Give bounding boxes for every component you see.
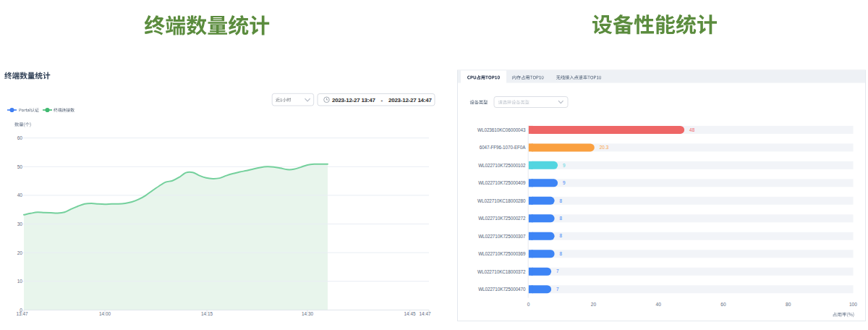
svg-text:20: 20 <box>17 250 23 255</box>
svg-text:14:00: 14:00 <box>99 311 111 316</box>
svg-text:WL022710K725000272: WL022710K725000272 <box>478 216 526 221</box>
svg-text:10: 10 <box>17 279 23 284</box>
svg-text:8: 8 <box>560 233 563 238</box>
svg-text:100: 100 <box>849 302 857 307</box>
svg-text:40: 40 <box>17 192 23 198</box>
svg-text:50: 50 <box>17 164 23 169</box>
svg-text:20.3: 20.3 <box>600 145 609 150</box>
svg-text:60: 60 <box>720 302 726 307</box>
svg-text:0: 0 <box>527 302 530 307</box>
svg-text:7: 7 <box>556 287 559 292</box>
svg-text:8: 8 <box>560 251 563 256</box>
svg-text:14:45: 14:45 <box>404 311 416 316</box>
svg-text:WL022710K725000102: WL022710K725000102 <box>478 163 526 168</box>
svg-text:40: 40 <box>656 302 662 307</box>
svg-text:WL022710K725000369: WL022710K725000369 <box>478 251 526 256</box>
svg-text:-: - <box>381 97 383 103</box>
svg-text:13:47: 13:47 <box>17 311 28 316</box>
svg-text:48: 48 <box>689 127 695 132</box>
svg-text:14:30: 14:30 <box>302 311 313 316</box>
svg-text:9: 9 <box>563 163 566 168</box>
svg-text:14:47: 14:47 <box>420 311 431 316</box>
svg-text:WL022710K725000307: WL022710K725000307 <box>478 234 526 239</box>
svg-text:30: 30 <box>17 221 23 227</box>
svg-text:2023-12-27 13:47: 2023-12-27 13:47 <box>332 97 375 103</box>
svg-text:2023-12-27 14:47: 2023-12-27 14:47 <box>388 97 432 103</box>
svg-text:WL022710KC18000372: WL022710KC18000372 <box>477 269 526 274</box>
svg-text:8: 8 <box>560 198 563 203</box>
svg-text:WL023610KC06000043: WL023610KC06000043 <box>477 127 526 132</box>
svg-text:80: 80 <box>786 302 791 307</box>
svg-text:60: 60 <box>17 135 23 140</box>
svg-text:8: 8 <box>560 216 563 221</box>
svg-text:WL022710KC18000280: WL022710KC18000280 <box>477 198 526 203</box>
svg-text:WL022710K725000470: WL022710K725000470 <box>478 287 526 292</box>
svg-text:7: 7 <box>556 268 559 274</box>
svg-text:20: 20 <box>591 302 597 307</box>
svg-text:WL022710K725000409: WL022710K725000409 <box>478 180 526 185</box>
svg-text:9: 9 <box>563 180 566 185</box>
svg-text:14:15: 14:15 <box>201 311 213 316</box>
svg-text:6047-FF96-1070-EF0A: 6047-FF96-1070-EF0A <box>480 145 527 150</box>
